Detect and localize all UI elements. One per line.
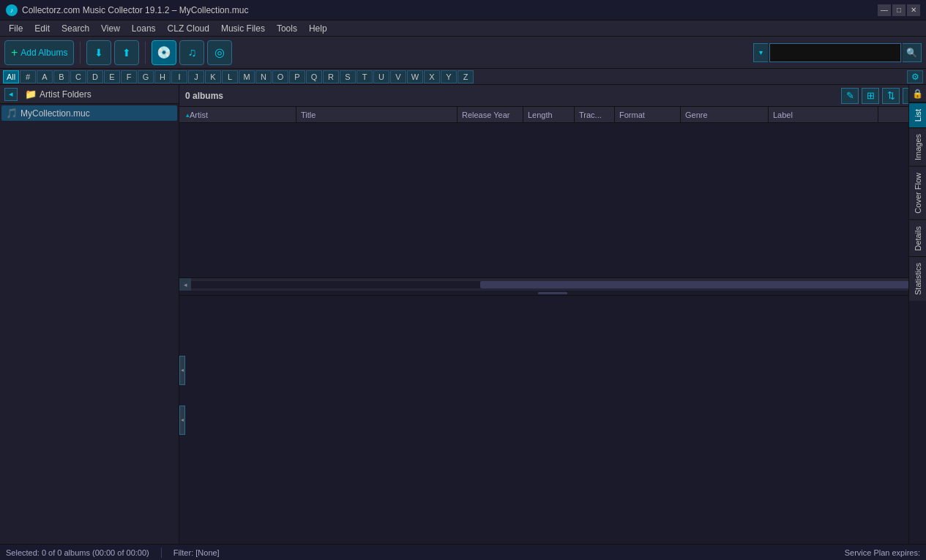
menu-tools[interactable]: Tools (271, 20, 303, 37)
menu-file[interactable]: File (3, 20, 29, 37)
col-header-tracks[interactable]: Trac... (575, 107, 615, 123)
search-dropdown[interactable]: ▾ (753, 43, 768, 62)
col-artist-label: Artist (190, 111, 208, 119)
alpha-h[interactable]: H (154, 70, 171, 83)
sidebar: ◂ 📁 Artist Folders 🎵 MyCollection.muc (0, 85, 179, 544)
alpha-s[interactable]: S (340, 70, 356, 83)
vinyl-icon: ◎ (214, 45, 225, 59)
col-title-label: Title (301, 111, 315, 119)
menu-music-files[interactable]: Music Files (215, 20, 271, 37)
alpha-j[interactable]: J (188, 70, 204, 83)
search-go-button[interactable]: 🔍 (903, 43, 922, 62)
search-input[interactable] (769, 43, 901, 62)
alpha-b[interactable]: B (53, 70, 70, 83)
sidebar-resize-handle[interactable] (176, 85, 179, 544)
alpha-d[interactable]: D (87, 70, 103, 83)
alpha-y[interactable]: Y (441, 70, 457, 83)
tab-details[interactable]: Details (909, 220, 927, 257)
alpha-x[interactable]: X (424, 70, 440, 83)
col-header-artist[interactable]: ▴ Artist (179, 107, 296, 123)
alpha-w[interactable]: W (407, 70, 423, 83)
status-bar: Selected: 0 of 0 albums (00:00 of 00:00)… (0, 544, 926, 560)
col-header-release-year[interactable]: Release Year (458, 107, 523, 123)
menu-view[interactable]: View (95, 20, 126, 37)
menu-edit[interactable]: Edit (29, 20, 56, 37)
cloud-download-icon: ⬇ (94, 47, 103, 59)
col-header-format[interactable]: Format (615, 107, 681, 123)
tab-cover-flow[interactable]: Cover Flow (909, 166, 927, 220)
sort-button[interactable]: ⇅ (882, 88, 900, 104)
alpha-hash[interactable]: # (20, 70, 36, 83)
edit-icon: ✎ (846, 90, 854, 101)
divider-handle (538, 292, 567, 294)
col-header-genre[interactable]: Genre (681, 107, 769, 123)
alpha-f[interactable]: F (121, 70, 137, 83)
tree-item-collection[interactable]: 🎵 MyCollection.muc (1, 105, 177, 121)
alpha-p[interactable]: P (289, 70, 305, 83)
vinyl-button[interactable]: ◎ (207, 40, 232, 65)
alpha-a[interactable]: A (37, 70, 53, 83)
alpha-g[interactable]: G (138, 70, 154, 83)
folder-icon: 📁 (25, 89, 37, 100)
menu-search[interactable]: Search (56, 20, 95, 37)
sidebar-nav-button[interactable]: ◂ (4, 88, 18, 101)
collapse-left-button[interactable]: ◂ (179, 406, 185, 435)
sidebar-header: ◂ 📁 Artist Folders (0, 85, 179, 104)
window-title: Collectorz.com Music Collector 19.1.2 – … (22, 5, 248, 15)
alpha-n[interactable]: N (255, 70, 272, 83)
edit-columns-button[interactable]: ✎ (841, 88, 859, 104)
menu-help[interactable]: Help (303, 20, 333, 37)
maximize-button[interactable]: □ (892, 4, 906, 16)
alpha-o[interactable]: O (272, 70, 288, 83)
close-button[interactable]: ✕ (907, 4, 920, 16)
menu-loans[interactable]: Loans (126, 20, 162, 37)
music-note-button[interactable]: ♫ (179, 40, 204, 65)
h-scroll-left-arrow[interactable]: ◂ (179, 278, 191, 291)
alpha-t[interactable]: T (356, 70, 373, 83)
col-header-length[interactable]: Length (523, 107, 575, 123)
alpha-k[interactable]: K (205, 70, 221, 83)
horizontal-scrollbar[interactable]: ◂ ▸ (179, 277, 926, 291)
selected-label: Selected: 0 of 0 albums (6, 548, 90, 557)
col-label-label: Label (773, 111, 793, 119)
alpha-z[interactable]: Z (458, 70, 474, 83)
sidebar-folder-item[interactable]: 📁 Artist Folders (20, 87, 174, 101)
cloud-upload-button[interactable]: ⬆ (114, 40, 139, 65)
alpha-r[interactable]: R (323, 70, 339, 83)
h-scroll-track[interactable] (191, 281, 914, 288)
add-icon: + (11, 46, 18, 59)
title-left: ♪ Collectorz.com Music Collector 19.1.2 … (6, 4, 248, 16)
list-header: 0 albums ✎ ⊞ ⇅ ▾ (179, 85, 926, 107)
alpha-u[interactable]: U (373, 70, 389, 83)
alpha-c[interactable]: C (70, 70, 86, 83)
alpha-all[interactable]: All (3, 70, 19, 83)
alpha-l[interactable]: L (222, 70, 238, 83)
tab-statistics[interactable]: Statistics (909, 256, 927, 301)
view-toggle-button[interactable]: ⊞ (862, 88, 879, 104)
alpha-q[interactable]: Q (306, 70, 322, 83)
right-panel: 0 albums ✎ ⊞ ⇅ ▾ (179, 85, 926, 544)
col-header-label[interactable]: Label (769, 107, 878, 123)
tab-images[interactable]: Images (909, 127, 927, 166)
toolbar-separator-1 (80, 42, 81, 64)
tab-list[interactable]: List (909, 102, 927, 127)
main-content: ◂ 📁 Artist Folders 🎵 MyCollection.muc 0 … (0, 85, 926, 544)
h-scroll-thumb[interactable] (480, 281, 914, 288)
cloud-download-button[interactable]: ⬇ (86, 40, 111, 65)
alpha-v[interactable]: V (390, 70, 406, 83)
add-albums-button[interactable]: + Add Albums (4, 40, 74, 65)
sidebar-folder-label: Artist Folders (40, 89, 92, 100)
menu-clz-cloud[interactable]: CLZ Cloud (162, 20, 215, 37)
alpha-settings-button[interactable]: ⚙ (907, 70, 923, 83)
alpha-i[interactable]: I (171, 70, 187, 83)
lock-icon-tab[interactable]: 🔒 (909, 85, 927, 102)
collapse-button-2[interactable]: ◂ (179, 356, 185, 385)
filter-label: Filter: (173, 548, 194, 557)
cd-view-button[interactable]: 💿 (152, 40, 176, 65)
col-header-title[interactable]: Title (296, 107, 458, 123)
minimize-button[interactable]: — (878, 4, 891, 16)
add-albums-label: Add Albums (20, 48, 67, 58)
alpha-m[interactable]: M (239, 70, 255, 83)
tree-item-label: MyCollection.muc (20, 108, 90, 119)
alpha-e[interactable]: E (104, 70, 120, 83)
